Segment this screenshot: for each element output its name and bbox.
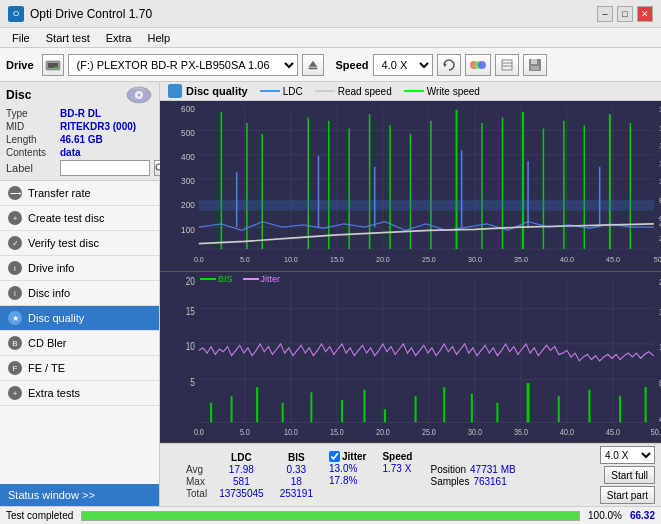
disc-section-title: Disc — [6, 88, 31, 102]
position-col: Position 47731 MB Samples 763161 — [430, 451, 515, 500]
chart2-legend: BIS Jitter — [200, 274, 280, 284]
settings-button[interactable] — [495, 54, 519, 76]
sidebar-item-fe-te[interactable]: F FE / TE — [0, 356, 159, 381]
app-title: Opti Drive Control 1.70 — [30, 7, 152, 21]
svg-text:10: 10 — [186, 340, 195, 352]
sidebar-item-disc-info[interactable]: i Disc info — [0, 281, 159, 306]
drive-label: Drive — [6, 59, 34, 71]
drive-select[interactable]: (F:) PLEXTOR BD-R PX-LB950SA 1.06 — [68, 54, 298, 76]
svg-marker-3 — [308, 60, 317, 66]
svg-text:15.0: 15.0 — [330, 428, 344, 438]
sidebar-item-extra-tests[interactable]: + Extra tests — [0, 381, 159, 406]
chart-title: Disc quality — [186, 85, 248, 97]
window-controls: – □ ✕ — [597, 6, 653, 22]
content-area: Disc quality LDC Read speed Write speed — [160, 82, 661, 506]
sidebar-item-drive-info[interactable]: i Drive info — [0, 256, 159, 281]
drive-icon — [42, 54, 64, 76]
main-layout: Disc Type BD-R DL MID RITEKDR3 (000) Len… — [0, 82, 661, 506]
status-window[interactable]: Status window >> — [0, 484, 159, 506]
speed-select[interactable]: 4.0 X — [373, 54, 433, 76]
disc-mid-key: MID — [6, 121, 56, 132]
title-bar: O Opti Drive Control 1.70 – □ ✕ — [0, 0, 661, 28]
speed-stat-col: Speed 1.73 X — [382, 451, 412, 500]
total-bis: 253191 — [280, 488, 313, 499]
maximize-button[interactable]: □ — [617, 6, 633, 22]
write-speed-legend-dot — [404, 90, 424, 92]
avg-speed: 1.73 X — [382, 463, 411, 474]
speed-dropdown-select[interactable]: 4.0 X — [600, 446, 655, 464]
svg-rect-14 — [531, 66, 539, 70]
transfer-rate-icon: ⟶ — [8, 186, 22, 200]
svg-text:20.0: 20.0 — [376, 255, 390, 264]
disc-length-val: 46.61 GB — [60, 134, 103, 145]
start-part-button[interactable]: Start part — [600, 486, 655, 504]
svg-text:40.0: 40.0 — [560, 255, 574, 264]
svg-text:5: 5 — [190, 376, 195, 388]
svg-marker-5 — [444, 63, 447, 67]
minimize-button[interactable]: – — [597, 6, 613, 22]
disc-length-key: Length — [6, 134, 56, 145]
svg-text:400: 400 — [181, 152, 195, 162]
jitter-checkbox[interactable] — [329, 451, 340, 462]
color-button[interactable] — [465, 54, 491, 76]
svg-text:45.0: 45.0 — [606, 255, 620, 264]
cd-bler-icon: B — [8, 336, 22, 350]
progress-speed: 66.32 — [630, 510, 655, 521]
svg-point-2 — [54, 66, 57, 69]
menu-help[interactable]: Help — [139, 28, 178, 47]
position-val: 47731 MB — [470, 464, 516, 475]
svg-text:20.0: 20.0 — [376, 428, 390, 438]
ldc-header: LDC — [231, 452, 252, 463]
start-full-button[interactable]: Start full — [604, 466, 655, 484]
eject-button[interactable] — [302, 54, 324, 76]
menu-file[interactable]: File — [4, 28, 38, 47]
progress-bar-fill — [82, 512, 579, 520]
svg-text:0.0: 0.0 — [194, 255, 204, 264]
svg-text:300: 300 — [181, 176, 195, 186]
svg-text:30.0: 30.0 — [468, 428, 482, 438]
svg-text:600: 600 — [181, 104, 195, 114]
svg-text:5.0: 5.0 — [240, 255, 250, 264]
disc-label-key: Label — [6, 162, 56, 174]
svg-text:15: 15 — [186, 305, 195, 317]
progress-bar-container — [81, 511, 580, 521]
toolbar: Drive (F:) PLEXTOR BD-R PX-LB950SA 1.06 … — [0, 48, 661, 82]
charts-container: 600 500 400 300 200 100 18X 16X 14X 12X … — [160, 101, 661, 443]
sidebar-item-cd-bler[interactable]: B CD Bler — [0, 331, 159, 356]
disc-type-key: Type — [6, 108, 56, 119]
total-ldc: 13735045 — [219, 488, 264, 499]
sidebar-item-transfer-rate[interactable]: ⟶ Transfer rate — [0, 181, 159, 206]
save-button[interactable] — [523, 54, 547, 76]
drive-info-icon: i — [8, 261, 22, 275]
progress-pct: 100.0% — [588, 510, 622, 521]
position-label: Position — [430, 464, 466, 475]
jitter-col: Jitter 13.0% 17.8% — [329, 451, 366, 499]
svg-text:35.0: 35.0 — [514, 428, 528, 438]
disc-label-input[interactable] — [60, 160, 150, 176]
ldc-col: LDC 17.98 581 13735045 — [219, 452, 264, 499]
sidebar-item-create-test-disc[interactable]: + Create test disc — [0, 206, 159, 231]
sidebar-item-verify-test-disc[interactable]: ✓ Verify test disc — [0, 231, 159, 256]
disc-contents-val: data — [60, 147, 81, 158]
avg-ldc: 17.98 — [229, 464, 254, 475]
sidebar-item-disc-quality[interactable]: ★ Disc quality — [0, 306, 159, 331]
total-label: Total — [186, 488, 207, 499]
menu-start-test[interactable]: Start test — [38, 28, 98, 47]
bis-header: BIS — [288, 452, 305, 463]
svg-text:500: 500 — [181, 128, 195, 138]
menu-extra[interactable]: Extra — [98, 28, 140, 47]
svg-text:35.0: 35.0 — [514, 255, 528, 264]
close-button[interactable]: ✕ — [637, 6, 653, 22]
avg-jitter: 13.0% — [329, 463, 357, 474]
jitter-check-row: Jitter — [329, 451, 366, 462]
chart2-svg: 20 15 10 5 20% 16% 12% 8% 4% 0.0 5.0 10.… — [160, 272, 661, 442]
disc-icon — [125, 86, 153, 104]
speed-label: Speed — [336, 59, 369, 71]
svg-text:20: 20 — [186, 275, 195, 287]
avg-bis: 0.33 — [287, 464, 306, 475]
svg-text:200: 200 — [181, 200, 195, 210]
svg-text:30.0: 30.0 — [468, 255, 482, 264]
refresh-button[interactable] — [437, 54, 461, 76]
svg-text:40.0: 40.0 — [560, 428, 574, 438]
verify-test-disc-icon: ✓ — [8, 236, 22, 250]
